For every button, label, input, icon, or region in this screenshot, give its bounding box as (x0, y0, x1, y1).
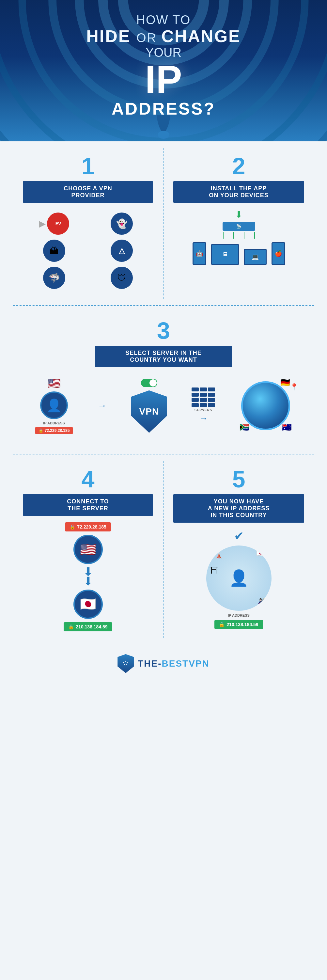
pia-logo: 🛡 (111, 267, 133, 289)
devices-row: 🤖 🖥 💻 🍎 (192, 242, 285, 265)
step-3-label: SELECT SERVER IN THECOUNTRY YOU WANT (95, 346, 232, 367)
down-arrows-icon: ⬇ ⬇ (83, 567, 93, 586)
step4-new-ip: 🔒 210.138.184.59 (63, 622, 112, 632)
expressvpn-logo: EV (47, 213, 69, 235)
step4-japan-flag-circle: 🇯🇵 (73, 590, 103, 619)
person-avatar-icon: 👤 (229, 569, 249, 587)
cursor-icon: ▶ (39, 219, 46, 229)
user-avatar: 👤 (40, 391, 68, 419)
vpn-diagram: 🇺🇸 👤 IP ADDRESS 🔒 72.229.28.185 → VPN (23, 374, 304, 441)
drip-shape (147, 115, 180, 142)
old-ip-badge: 🔒 72.229.28.185 (35, 427, 73, 434)
steps-3-4-divider (13, 454, 314, 454)
laptop: 💻 (244, 249, 267, 265)
lock-green2-icon: 🔒 (219, 622, 224, 627)
diagram-user-col: 🇺🇸 👤 IP ADDRESS 🔒 72.229.28.185 (35, 377, 73, 434)
step-1-label: CHOOSE A VPNPROVIDER (23, 181, 153, 203)
header-ip: IP (86, 60, 241, 99)
arrow-vpn-to-globe: → (199, 413, 208, 424)
step-3-number: 3 (23, 319, 304, 342)
vpn-shield: VPN (131, 390, 167, 433)
toggle-knob (149, 379, 157, 387)
download-arrow-icon: ⬇ (235, 209, 243, 220)
nordvpn-logo: 🏔 (43, 240, 65, 262)
southafrica-flag: 🇿🇦 (240, 423, 249, 432)
vpn-toggle[interactable] (141, 379, 157, 387)
server-row-1 (192, 388, 215, 391)
daruma-icon: 🎎 (258, 597, 267, 606)
steps-1-2-section: 1 CHOOSE A VPNPROVIDER ▶ EV 👻 🏔 △ 🦈 🛡 2 (0, 142, 327, 644)
cyberghost-logo: 👻 (111, 213, 133, 235)
devices-illustration: ⬇ 📡 🤖 🖥 (173, 209, 304, 265)
globe-area: 🇩🇪 📍 🇿🇦 🇦🇺 (240, 380, 292, 432)
steps-4-5-row: 4 CONNECT TOTHE SERVER 🔒 72.229.28.185 🇺… (13, 461, 314, 638)
step-1-number: 1 (23, 154, 153, 178)
step4-old-ip-value: 72.229.28.185 (77, 524, 106, 530)
header-text: How to HIDE OR CHANGE YOUR IP ADDRESS? (79, 0, 248, 118)
step-5-number: 5 (173, 468, 304, 491)
step5-new-ip-value: 210.138.184.59 (227, 622, 258, 627)
steps-2-3-divider (13, 305, 314, 306)
step4-us-flag-circle: 🇺🇸 (73, 535, 103, 564)
globe-col: 🇩🇪 📍 🇿🇦 🇦🇺 (240, 380, 292, 432)
apple-phone: 🍎 (271, 242, 285, 265)
header-hide-change: HIDE OR CHANGE (86, 27, 241, 46)
vpn-shield-col: VPN (131, 379, 167, 433)
us-flag-icon: 🇺🇸 (48, 377, 61, 390)
brand-bestvpn: BESTVPN (162, 659, 210, 668)
protonvpn-logo: △ (111, 240, 133, 262)
android-phone: 🤖 (192, 242, 206, 265)
old-ip-value: 72.229.28.185 (45, 428, 70, 433)
step4-old-ip: 🔒 72.229.28.185 (65, 522, 111, 531)
lock-red-icon: 🔒 (70, 524, 75, 530)
desktop-monitor: 🖥 (211, 244, 239, 265)
step5-ip-label: IP ADDRESS (228, 613, 250, 617)
step-4-label: CONNECT TOTHE SERVER (23, 494, 153, 516)
surfshark-logo: 🦈 (43, 267, 65, 289)
brand-shield-icon: 🛡 (117, 654, 134, 673)
japan-scene: 🗼 👤 🇯🇵 🎎 ⛩ (206, 546, 271, 611)
step-3: 3 SELECT SERVER IN THECOUNTRY YOU WANT 🇺… (13, 312, 314, 447)
ip-address-label: IP ADDRESS (43, 421, 65, 425)
server-row-2 (192, 393, 215, 397)
vpn-logos-grid: ▶ EV 👻 🏔 △ 🦈 🛡 (23, 209, 153, 292)
check-icon: ✔ (234, 529, 244, 543)
australia-flag: 🇦🇺 (282, 423, 292, 432)
step-5-visual: ✔ 🗼 👤 🇯🇵 🎎 ⛩ IP ADDRESS 🔒 210.138.184.59 (173, 529, 304, 629)
header-how-to: How to (86, 13, 241, 27)
step5-new-ip: 🔒 210.138.184.59 (214, 620, 263, 629)
lock-icon: 🔒 (38, 428, 43, 433)
step-4: 4 CONNECT TOTHE SERVER 🔒 72.229.28.185 🇺… (13, 461, 164, 638)
step4-new-ip-value: 210.138.184.59 (76, 624, 107, 629)
step-4-number: 4 (23, 468, 153, 491)
steps-1-2-row: 1 CHOOSE A VPNPROVIDER ▶ EV 👻 🏔 △ 🦈 🛡 2 (13, 148, 314, 299)
japan-pin: 📍 (290, 383, 298, 391)
torii-icon: ⛩ (210, 565, 219, 576)
footer: 🛡 THE-BESTVPN (0, 644, 327, 683)
lock-green-icon: 🔒 (68, 624, 74, 629)
server-racks: SERVERS (192, 388, 215, 412)
step-2-label: INSTALL THE APPON YOUR DEVICES (173, 181, 304, 203)
japan-flag-icon: 🇯🇵 (256, 549, 265, 557)
servers-text-label: SERVERS (195, 408, 213, 412)
servers-col: SERVERS → (192, 388, 215, 424)
router-device: 📡 (222, 222, 255, 231)
step-4-visual: 🔒 72.229.28.185 🇺🇸 ⬇ ⬇ 🇯🇵 (23, 522, 153, 632)
arrow-user-to-vpn: → (98, 401, 107, 411)
step-2-number: 2 (173, 154, 304, 178)
header: How to HIDE OR CHANGE YOUR IP ADDRESS? (0, 0, 327, 142)
step-2: 2 INSTALL THE APPON YOUR DEVICES ⬇ 📡 (164, 148, 314, 299)
server-row-4 (192, 403, 215, 407)
tower-icon: 🗼 (214, 550, 223, 559)
step-1: 1 CHOOSE A VPNPROVIDER ▶ EV 👻 🏔 △ 🦈 🛡 (13, 148, 164, 299)
brand-the: THE- (138, 659, 162, 668)
germany-flag: 🇩🇪 (280, 378, 290, 387)
brand-logo: 🛡 THE-BESTVPN (117, 654, 210, 673)
step-5: 5 YOU NOW HAVEA NEW IP ADDRESSIN THIS CO… (164, 461, 314, 638)
svg-point-7 (158, 131, 169, 139)
step-5-label: YOU NOW HAVEA NEW IP ADDRESSIN THIS COUN… (173, 494, 304, 523)
brand-name: THE-BESTVPN (138, 659, 210, 669)
server-row-3 (192, 398, 215, 402)
